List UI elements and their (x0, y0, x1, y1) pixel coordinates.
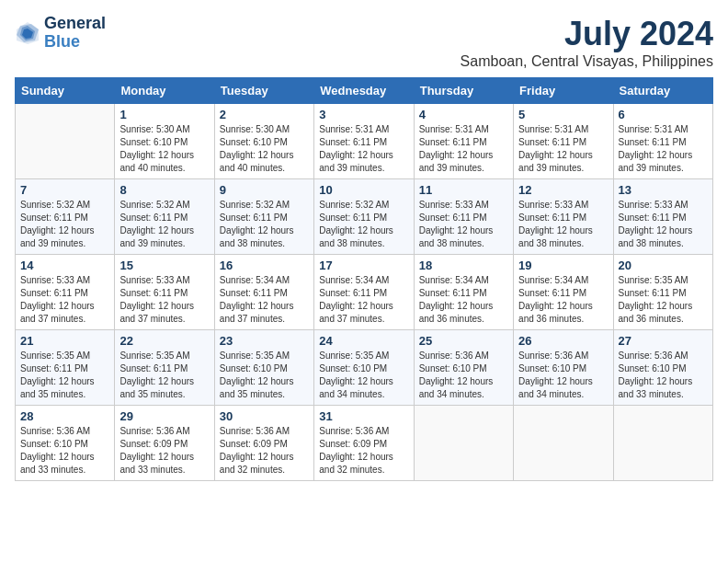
day-number: 14 (20, 259, 109, 272)
calendar-cell: 19Sunrise: 5:34 AM Sunset: 6:11 PM Dayli… (514, 255, 613, 330)
day-info: Sunrise: 5:31 AM Sunset: 6:11 PM Dayligh… (619, 123, 708, 175)
logo: General Blue (15, 15, 106, 52)
day-info: Sunrise: 5:35 AM Sunset: 6:11 PM Dayligh… (619, 274, 708, 326)
day-number: 8 (119, 183, 209, 197)
day-info: Sunrise: 5:33 AM Sunset: 6:11 PM Dayligh… (419, 199, 508, 250)
calendar-week-row: 14Sunrise: 5:33 AM Sunset: 6:11 PM Dayli… (16, 255, 713, 330)
calendar-cell: 1Sunrise: 5:30 AM Sunset: 6:10 PM Daylig… (115, 104, 214, 179)
weekday-header-friday: Friday (514, 78, 613, 104)
day-number: 7 (20, 183, 109, 197)
calendar-cell: 7Sunrise: 5:32 AM Sunset: 6:11 PM Daylig… (16, 179, 115, 255)
day-info: Sunrise: 5:34 AM Sunset: 6:11 PM Dayligh… (419, 274, 508, 326)
calendar-week-row: 21Sunrise: 5:35 AM Sunset: 6:11 PM Dayli… (16, 330, 713, 406)
day-number: 16 (220, 259, 309, 272)
calendar-cell: 15Sunrise: 5:33 AM Sunset: 6:11 PM Dayli… (115, 255, 214, 330)
day-number: 21 (20, 334, 109, 348)
day-number: 23 (220, 334, 309, 348)
day-info: Sunrise: 5:33 AM Sunset: 6:11 PM Dayligh… (619, 199, 708, 250)
day-info: Sunrise: 5:30 AM Sunset: 6:10 PM Dayligh… (119, 123, 209, 175)
calendar-week-row: 28Sunrise: 5:36 AM Sunset: 6:10 PM Dayli… (16, 406, 713, 481)
day-info: Sunrise: 5:36 AM Sunset: 6:09 PM Dayligh… (220, 425, 309, 477)
day-info: Sunrise: 5:36 AM Sunset: 6:10 PM Dayligh… (518, 350, 608, 401)
day-number: 26 (518, 334, 608, 348)
day-info: Sunrise: 5:31 AM Sunset: 6:11 PM Dayligh… (319, 123, 408, 175)
day-info: Sunrise: 5:36 AM Sunset: 6:10 PM Dayligh… (419, 350, 508, 401)
day-number: 9 (220, 183, 309, 197)
calendar-cell: 26Sunrise: 5:36 AM Sunset: 6:10 PM Dayli… (514, 330, 613, 406)
calendar-cell: 5Sunrise: 5:31 AM Sunset: 6:11 PM Daylig… (514, 104, 613, 179)
weekday-header-row: SundayMondayTuesdayWednesdayThursdayFrid… (16, 78, 713, 104)
day-info: Sunrise: 5:36 AM Sunset: 6:09 PM Dayligh… (119, 425, 209, 477)
calendar-cell: 20Sunrise: 5:35 AM Sunset: 6:11 PM Dayli… (613, 255, 712, 330)
calendar-cell: 30Sunrise: 5:36 AM Sunset: 6:09 PM Dayli… (214, 406, 313, 481)
day-number: 18 (419, 259, 508, 272)
calendar-week-row: 7Sunrise: 5:32 AM Sunset: 6:11 PM Daylig… (16, 179, 713, 255)
day-info: Sunrise: 5:35 AM Sunset: 6:11 PM Dayligh… (119, 350, 209, 401)
calendar-table: SundayMondayTuesdayWednesdayThursdayFrid… (15, 77, 713, 481)
logo-line2: Blue (44, 33, 106, 52)
day-info: Sunrise: 5:32 AM Sunset: 6:11 PM Dayligh… (119, 199, 209, 250)
weekday-header-monday: Monday (115, 78, 214, 104)
calendar-cell: 10Sunrise: 5:32 AM Sunset: 6:11 PM Dayli… (314, 179, 414, 255)
calendar-cell: 12Sunrise: 5:33 AM Sunset: 6:11 PM Dayli… (514, 179, 613, 255)
calendar-cell: 28Sunrise: 5:36 AM Sunset: 6:10 PM Dayli… (16, 406, 115, 481)
day-info: Sunrise: 5:33 AM Sunset: 6:11 PM Dayligh… (20, 274, 109, 326)
calendar-cell: 24Sunrise: 5:35 AM Sunset: 6:10 PM Dayli… (314, 330, 414, 406)
day-number: 11 (419, 183, 508, 197)
calendar-cell (613, 406, 712, 481)
day-info: Sunrise: 5:35 AM Sunset: 6:11 PM Dayligh… (20, 350, 109, 401)
weekday-header-saturday: Saturday (613, 78, 712, 104)
day-info: Sunrise: 5:34 AM Sunset: 6:11 PM Dayligh… (518, 274, 608, 326)
day-number: 19 (518, 259, 608, 272)
day-info: Sunrise: 5:36 AM Sunset: 6:10 PM Dayligh… (20, 425, 109, 477)
calendar-cell (414, 406, 513, 481)
day-info: Sunrise: 5:35 AM Sunset: 6:10 PM Dayligh… (319, 350, 408, 401)
calendar-cell: 4Sunrise: 5:31 AM Sunset: 6:11 PM Daylig… (414, 104, 513, 179)
day-number: 3 (319, 108, 408, 121)
day-info: Sunrise: 5:31 AM Sunset: 6:11 PM Dayligh… (419, 123, 508, 175)
calendar-cell: 22Sunrise: 5:35 AM Sunset: 6:11 PM Dayli… (115, 330, 214, 406)
calendar-cell: 16Sunrise: 5:34 AM Sunset: 6:11 PM Dayli… (214, 255, 313, 330)
day-info: Sunrise: 5:30 AM Sunset: 6:10 PM Dayligh… (220, 123, 309, 175)
calendar-cell: 2Sunrise: 5:30 AM Sunset: 6:10 PM Daylig… (214, 104, 313, 179)
logo-icon (15, 20, 40, 46)
calendar-week-row: 1Sunrise: 5:30 AM Sunset: 6:10 PM Daylig… (16, 104, 713, 179)
day-number: 25 (419, 334, 508, 348)
day-info: Sunrise: 5:32 AM Sunset: 6:11 PM Dayligh… (20, 199, 109, 250)
calendar-cell: 31Sunrise: 5:36 AM Sunset: 6:09 PM Dayli… (314, 406, 414, 481)
calendar-cell: 18Sunrise: 5:34 AM Sunset: 6:11 PM Dayli… (414, 255, 513, 330)
day-number: 1 (119, 108, 209, 121)
day-info: Sunrise: 5:32 AM Sunset: 6:11 PM Dayligh… (319, 199, 408, 250)
day-number: 10 (319, 183, 408, 197)
month-title: July 2024 (461, 15, 713, 53)
calendar-cell: 25Sunrise: 5:36 AM Sunset: 6:10 PM Dayli… (414, 330, 513, 406)
calendar-cell: 13Sunrise: 5:33 AM Sunset: 6:11 PM Dayli… (613, 179, 712, 255)
location-title: Samboan, Central Visayas, Philippines (461, 53, 713, 70)
day-number: 4 (419, 108, 508, 121)
calendar-cell: 8Sunrise: 5:32 AM Sunset: 6:11 PM Daylig… (115, 179, 214, 255)
calendar-cell (16, 104, 115, 179)
day-number: 27 (619, 334, 708, 348)
day-number: 24 (319, 334, 408, 348)
day-info: Sunrise: 5:34 AM Sunset: 6:11 PM Dayligh… (220, 274, 309, 326)
day-info: Sunrise: 5:33 AM Sunset: 6:11 PM Dayligh… (119, 274, 209, 326)
day-number: 17 (319, 259, 408, 272)
calendar-cell: 23Sunrise: 5:35 AM Sunset: 6:10 PM Dayli… (214, 330, 313, 406)
day-info: Sunrise: 5:32 AM Sunset: 6:11 PM Dayligh… (220, 199, 309, 250)
day-number: 15 (119, 259, 209, 272)
day-number: 12 (518, 183, 608, 197)
day-info: Sunrise: 5:35 AM Sunset: 6:10 PM Dayligh… (220, 350, 309, 401)
day-info: Sunrise: 5:31 AM Sunset: 6:11 PM Dayligh… (518, 123, 608, 175)
calendar-cell: 9Sunrise: 5:32 AM Sunset: 6:11 PM Daylig… (214, 179, 313, 255)
day-info: Sunrise: 5:34 AM Sunset: 6:11 PM Dayligh… (319, 274, 408, 326)
day-number: 22 (119, 334, 209, 348)
calendar-cell: 17Sunrise: 5:34 AM Sunset: 6:11 PM Dayli… (314, 255, 414, 330)
calendar-cell: 29Sunrise: 5:36 AM Sunset: 6:09 PM Dayli… (115, 406, 214, 481)
day-info: Sunrise: 5:36 AM Sunset: 6:10 PM Dayligh… (619, 350, 708, 401)
weekday-header-sunday: Sunday (16, 78, 115, 104)
weekday-header-wednesday: Wednesday (314, 78, 414, 104)
logo-line1: General (44, 15, 106, 33)
title-block: July 2024 Samboan, Central Visayas, Phil… (461, 15, 713, 70)
day-number: 2 (220, 108, 309, 121)
day-number: 20 (619, 259, 708, 272)
